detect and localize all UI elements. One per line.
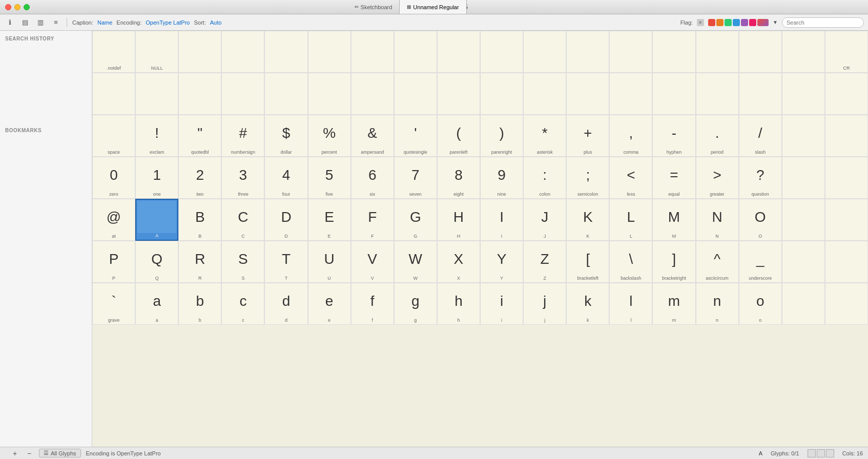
glyph-cell[interactable]: 0zero bbox=[92, 157, 135, 199]
glyph-cell[interactable]: YY bbox=[480, 241, 523, 283]
glyph-cell[interactable] bbox=[394, 31, 437, 73]
glyph-cell[interactable]: TT bbox=[264, 241, 307, 283]
glyph-cell[interactable] bbox=[609, 31, 652, 73]
glyph-cell[interactable]: HH bbox=[437, 199, 480, 241]
flag-orange[interactable] bbox=[716, 19, 724, 26]
glyph-cell[interactable] bbox=[609, 73, 652, 115]
glyph-cell[interactable]: .notdef bbox=[92, 31, 135, 73]
glyph-cell[interactable]: %percent bbox=[308, 115, 351, 157]
glyph-cell[interactable]: <less bbox=[609, 157, 652, 199]
glyph-cell[interactable] bbox=[825, 283, 868, 325]
glyph-cell[interactable]: !exclam bbox=[135, 115, 178, 157]
flag-red[interactable] bbox=[708, 19, 715, 26]
glyph-cell[interactable]: AA bbox=[135, 199, 178, 241]
glyph-cell[interactable]: @at bbox=[92, 199, 135, 241]
glyph-cell[interactable] bbox=[394, 73, 437, 115]
glyph-cell[interactable]: /slash bbox=[739, 115, 782, 157]
glyph-cell[interactable] bbox=[480, 31, 523, 73]
glyph-cell[interactable]: ee bbox=[308, 283, 351, 325]
glyph-cell[interactable]: 8eight bbox=[437, 157, 480, 199]
search-input[interactable] bbox=[782, 17, 864, 28]
glyph-cell[interactable] bbox=[351, 73, 394, 115]
glyph-cell[interactable]: 9nine bbox=[480, 157, 523, 199]
glyph-cell[interactable]: :colon bbox=[523, 157, 566, 199]
glyph-cell[interactable]: \backslash bbox=[609, 241, 652, 283]
flag-blue[interactable] bbox=[733, 19, 740, 26]
all-glyphs-button[interactable]: ☰ All Glyphs bbox=[39, 449, 81, 457]
glyph-cell[interactable]: gg bbox=[394, 283, 437, 325]
glyph-cell[interactable] bbox=[825, 199, 868, 241]
glyph-cell[interactable]: ?question bbox=[739, 157, 782, 199]
glyph-cell[interactable]: ^asciicircum bbox=[696, 241, 739, 283]
glyph-cell[interactable] bbox=[782, 241, 825, 283]
glyph-cell[interactable]: BB bbox=[178, 199, 221, 241]
glyph-cell[interactable]: 4four bbox=[264, 157, 307, 199]
glyph-cell[interactable]: *asterisk bbox=[523, 115, 566, 157]
view-detail-button[interactable]: ≡ bbox=[50, 17, 61, 28]
flag-purple[interactable] bbox=[741, 19, 748, 26]
glyph-cell[interactable] bbox=[135, 73, 178, 115]
glyph-cell[interactable]: SS bbox=[221, 241, 264, 283]
glyph-cell[interactable]: NN bbox=[696, 199, 739, 241]
glyph-cell[interactable]: $dollar bbox=[264, 115, 307, 157]
glyph-cell[interactable]: ff bbox=[351, 283, 394, 325]
sort-value[interactable]: Auto bbox=[210, 19, 222, 26]
glyph-cell[interactable]: =equal bbox=[652, 157, 695, 199]
glyph-cell[interactable] bbox=[739, 73, 782, 115]
encoding-value[interactable]: OpenType LatPro bbox=[146, 19, 190, 26]
glyph-cell[interactable]: 6six bbox=[351, 157, 394, 199]
flag-green[interactable] bbox=[725, 19, 732, 26]
glyph-cell[interactable]: jj bbox=[523, 283, 566, 325]
glyph-cell[interactable] bbox=[264, 31, 307, 73]
remove-glyph-button[interactable]: − bbox=[25, 449, 34, 458]
glyph-cell[interactable]: #numbersign bbox=[221, 115, 264, 157]
glyph-cell[interactable]: ;semicolon bbox=[566, 157, 609, 199]
glyph-cell[interactable] bbox=[178, 31, 221, 73]
glyph-cell[interactable]: MM bbox=[652, 199, 695, 241]
glyph-cell[interactable] bbox=[566, 73, 609, 115]
tab-unnamed-regular[interactable]: ⊞ Unnamed Regular bbox=[400, 0, 466, 14]
glyph-cell[interactable] bbox=[782, 73, 825, 115]
view-list-button[interactable]: ▥ bbox=[35, 17, 46, 28]
glyph-cell[interactable] bbox=[782, 31, 825, 73]
glyph-cell[interactable]: 5five bbox=[308, 157, 351, 199]
glyph-cell[interactable] bbox=[825, 115, 868, 157]
glyph-cell[interactable]: +plus bbox=[566, 115, 609, 157]
view-mode-btn-1[interactable] bbox=[808, 449, 816, 457]
view-mode-btn-2[interactable] bbox=[817, 449, 825, 457]
glyph-cell[interactable]: 'quotesingle bbox=[394, 115, 437, 157]
glyph-cell[interactable]: VV bbox=[351, 241, 394, 283]
glyph-cell[interactable]: _underscore bbox=[739, 241, 782, 283]
tab-sketchboard[interactable]: ✏ Sketchboard bbox=[347, 0, 400, 14]
glyph-cell[interactable] bbox=[221, 31, 264, 73]
glyph-cell[interactable] bbox=[782, 157, 825, 199]
glyph-cell[interactable]: UU bbox=[308, 241, 351, 283]
glyph-cell[interactable] bbox=[739, 31, 782, 73]
close-button[interactable] bbox=[5, 4, 11, 10]
glyph-cell[interactable] bbox=[523, 73, 566, 115]
glyph-cell[interactable] bbox=[566, 31, 609, 73]
glyph-cell[interactable]: ZZ bbox=[523, 241, 566, 283]
glyph-cell[interactable]: RR bbox=[178, 241, 221, 283]
glyph-cell[interactable] bbox=[437, 73, 480, 115]
glyph-cell[interactable] bbox=[523, 31, 566, 73]
glyph-cell[interactable]: cc bbox=[221, 283, 264, 325]
glyph-cell[interactable] bbox=[652, 73, 695, 115]
glyph-cell[interactable] bbox=[696, 31, 739, 73]
glyph-cell[interactable]: CR bbox=[825, 31, 868, 73]
glyph-cell[interactable]: PP bbox=[92, 241, 135, 283]
glyph-cell[interactable] bbox=[480, 73, 523, 115]
glyph-cell[interactable]: ,comma bbox=[609, 115, 652, 157]
flag-pink[interactable] bbox=[749, 19, 756, 26]
glyph-cell[interactable] bbox=[351, 31, 394, 73]
glyph-cell[interactable]: [bracketleft bbox=[566, 241, 609, 283]
glyph-cell[interactable]: dd bbox=[264, 283, 307, 325]
glyph-cell[interactable] bbox=[825, 241, 868, 283]
glyph-cell[interactable] bbox=[652, 31, 695, 73]
glyph-cell[interactable]: WW bbox=[394, 241, 437, 283]
glyph-cell[interactable]: GG bbox=[394, 199, 437, 241]
glyph-cell[interactable]: ii bbox=[480, 283, 523, 325]
glyph-cell[interactable] bbox=[178, 73, 221, 115]
glyph-cell[interactable]: KK bbox=[566, 199, 609, 241]
glyph-cell[interactable] bbox=[782, 199, 825, 241]
